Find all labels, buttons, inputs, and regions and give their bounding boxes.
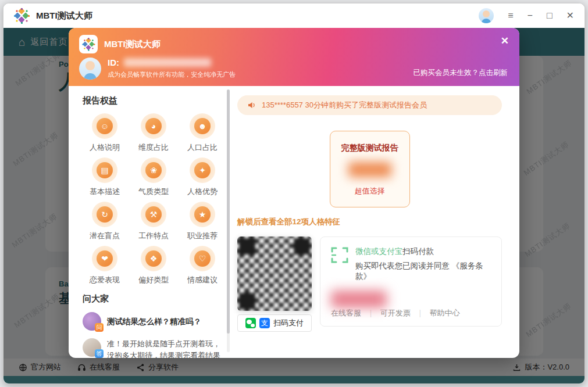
- dialog-header: MBTI测试大师 ✕ ID: 成为会员畅享软件所有功能，安全纯净无广告 已购买会…: [69, 28, 519, 86]
- benefit-item: ☺人格说明: [83, 113, 127, 153]
- refresh-membership-link[interactable]: 已购买会员未生效？点击刷新: [414, 68, 508, 78]
- qr-code-blurred: [237, 236, 312, 311]
- user-avatar[interactable]: [479, 8, 494, 23]
- agreement-text: 购买即代表您已阅读并同意: [355, 261, 452, 270]
- scan-pay-label: 扫码支付: [273, 318, 304, 328]
- qa-heading: 问大家: [83, 293, 224, 304]
- plan-title: 完整版测试报告: [330, 143, 409, 153]
- benefit-item: ⚒工作特点: [131, 202, 176, 241]
- answer-badge: 答: [95, 349, 104, 358]
- benefit-item: ❖偏好类型: [131, 246, 176, 285]
- app-window: MBTI测试大师 ≡ − □ ✕ ⌂ 返回首页 Po 人 Ba 基 MBTI测试…: [3, 3, 585, 384]
- question-badge: 问: [95, 323, 104, 332]
- purchase-ticker: 135****6557 30分钟前购买了完整版测试报告会员: [237, 95, 502, 115]
- answer-avatar: 答: [83, 338, 101, 357]
- benefit-item: ❤恋爱表现: [83, 246, 127, 285]
- help-center-link[interactable]: 帮助中心: [429, 308, 459, 318]
- plan-tagline: 超值选择: [330, 186, 409, 196]
- membership-purchase-dialog: MBTI测试大师 ✕ ID: 成为会员畅享软件所有功能，安全纯净无广告 已购买会…: [69, 28, 519, 358]
- preference-icon: ❖: [145, 250, 162, 267]
- emotion-advice-icon: ♡: [194, 250, 211, 267]
- benefit-item: ↻潜在盲点: [83, 202, 127, 241]
- scan-frame-icon: [331, 246, 348, 282]
- ticker-text: 135****6557 30分钟前购买了完整版测试报告会员: [262, 100, 427, 110]
- payment-info-card: 微信或支付宝扫码付款 购买即代表您已阅读并同意 《服务条款》 在线客服: [320, 236, 502, 327]
- qa-question-row: 问 测试结果怎么样？精准吗？: [83, 312, 224, 331]
- temperament-icon: ❀: [145, 162, 162, 178]
- dialog-logo-tile: [79, 35, 98, 53]
- close-window-button[interactable]: ✕: [566, 11, 574, 20]
- love-icon: ❤: [97, 250, 113, 267]
- pay-method-highlight: 微信或支付宝: [355, 247, 402, 256]
- benefit-item: ❀气质类型: [131, 157, 176, 197]
- personality-icon: ☺: [97, 118, 113, 134]
- pie-chart-icon: ◕: [145, 118, 162, 134]
- scan-pay-label-box: 支 扫码支付: [237, 314, 312, 332]
- document-icon: ▤: [97, 162, 113, 178]
- customer-service-link[interactable]: 在线客服: [331, 308, 361, 318]
- divider: ｜: [367, 308, 375, 318]
- benefit-item: ▤基本描述: [83, 157, 127, 197]
- user-id-blurred: [124, 58, 211, 67]
- invoice-link[interactable]: 可开发票: [380, 308, 411, 318]
- benefits-heading: 报告权益: [83, 95, 224, 106]
- benefit-item: ☻人口占比: [180, 113, 224, 153]
- alipay-icon: 支: [259, 318, 270, 328]
- benefit-item: ✦人格优势: [180, 157, 224, 197]
- blind-spots-icon: ↻: [97, 206, 113, 223]
- plan-price-blurred: [348, 162, 391, 177]
- divider: ｜: [416, 308, 424, 318]
- user-id-label: ID:: [108, 58, 119, 67]
- dialog-close-icon[interactable]: ✕: [501, 35, 509, 47]
- benefits-grid: ☺人格说明 ◕维度占比 ☻人口占比 ▤基本描述 ❀气质类型 ✦人格优势 ↻潜在盲…: [83, 113, 224, 285]
- plan-card-full-report[interactable]: 完整版测试报告 超值选择: [330, 131, 410, 207]
- title-bar: MBTI测试大师 ≡ − □ ✕: [3, 3, 585, 28]
- answer-text: 准！最开始就是随手点开测着玩，没抱多大期待，结果测完看着结果愣了: [107, 338, 224, 358]
- payment-price-blurred: [331, 291, 387, 308]
- wechat-pay-icon: [245, 318, 256, 328]
- pay-method-rest: 扫码付款: [402, 247, 434, 256]
- maximize-button[interactable]: □: [547, 11, 553, 20]
- app-logo-icon: [82, 38, 94, 50]
- qa-answer-row: 答 准！最开始就是随手点开测着玩，没抱多大期待，结果测完看着结果愣了: [83, 338, 224, 358]
- unlock-hint: 解锁后查看全部12项人格特征: [237, 217, 502, 227]
- dialog-title: MBTI测试大师: [104, 39, 161, 50]
- app-title: MBTI测试大师: [36, 10, 92, 21]
- benefits-panel: 报告权益 ☺人格说明 ◕维度占比 ☻人口占比 ▤基本描述 ❀气质类型 ✦人格优势…: [69, 86, 224, 358]
- membership-note: 成为会员畅享软件所有功能，安全纯净无广告: [108, 70, 236, 79]
- qr-section: 支 扫码支付: [237, 236, 312, 332]
- speaker-icon: [247, 101, 256, 110]
- question-avatar: 问: [83, 312, 101, 331]
- purchase-panel: 135****6557 30分钟前购买了完整版测试报告会员 完整版测试报告 超值…: [224, 86, 519, 358]
- benefit-item: ★职业推荐: [180, 202, 224, 241]
- work-traits-icon: ⚒: [145, 206, 162, 223]
- user-avatar: [79, 58, 101, 80]
- minimize-button[interactable]: −: [528, 11, 533, 20]
- benefit-item: ◕维度占比: [131, 113, 176, 153]
- benefit-item: ♡情感建议: [180, 246, 224, 285]
- strengths-icon: ✦: [194, 162, 211, 178]
- career-icon: ★: [194, 206, 211, 223]
- question-text: 测试结果怎么样？精准吗？: [107, 312, 201, 331]
- menu-icon[interactable]: ≡: [508, 11, 513, 20]
- population-icon: ☻: [194, 118, 211, 134]
- app-logo-icon: [14, 8, 29, 23]
